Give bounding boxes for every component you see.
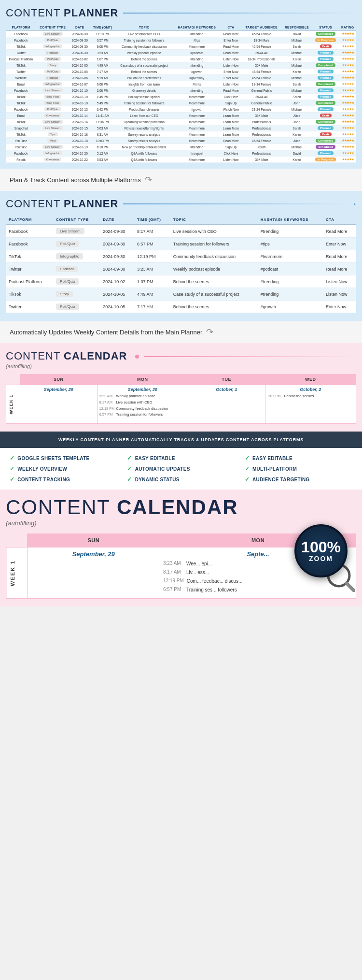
table-row: TikTokStory2024-10-054:49 AMCase study o…: [6, 62, 356, 69]
table-cell-r0-c5: #trending: [173, 31, 220, 37]
table-cell-r16-c9: Draft: [312, 131, 339, 138]
table-cell-r11-c7: General Public: [241, 100, 281, 106]
table-cell-r8-c7: 18-34 Female: [241, 81, 281, 87]
list-item: 8:17 AMLive session with CEO: [99, 400, 186, 405]
table-cell-r9-c3: 2:08 PM: [90, 87, 115, 94]
table-cell-r4-c1: Poll/Quiz: [36, 56, 69, 62]
table-cell-r14-c3: 11:36 PM: [90, 119, 115, 125]
planner-col-content-type: CONTENT TYPE: [36, 24, 69, 31]
table-cell-r8-c9: Completed: [312, 81, 339, 87]
feature-label: MULTI-PLATFORM: [252, 466, 297, 472]
feature-item-4: ✓AUTOMATIC UPDATES: [127, 465, 235, 472]
table-cell-r17-c1: Post: [36, 138, 69, 144]
table-cell-r16-c8: Karen: [281, 131, 312, 138]
status-badge: Planned: [318, 95, 334, 99]
table-row: TikTokInfographic2024-09-309:08 PMCommun…: [6, 43, 356, 50]
table-cell-r10-c5: #learnmore: [173, 94, 220, 100]
calendar-title-row: CONTENT CALENDAR: [6, 350, 356, 363]
table-cell-r3-c2: 2024-09-30: [69, 50, 90, 56]
table-cell-r0-c3: 11:18 PM: [90, 31, 115, 37]
table-row: TikTokBlog Post2024-10-105:45 PMTraining…: [6, 100, 356, 106]
feature-label: AUTOMATIC UPDATES: [135, 466, 190, 472]
table-cell-r2-c0: TikTok: [6, 43, 36, 50]
table-cell-r2-c8: Sarah: [281, 43, 312, 50]
table-cell-r8-c6: Listen Now: [221, 81, 242, 87]
feature-label: CONTENT TRACKING: [17, 477, 70, 482]
table-cell-r9-c0: Facebook: [6, 87, 36, 94]
weekly-cell-r5-c6: Listen Now: [323, 288, 356, 301]
rating-stars: ★★★★★: [342, 88, 354, 92]
dark-banner: WEEKLY CONTENT PLANNER AUTOMATICALLY TRA…: [0, 432, 362, 448]
feature-item-0: ✓GOOGLE SHEETS TEMPLATE: [10, 455, 117, 461]
table-cell-r8-c8: Sarah: [281, 81, 312, 87]
table-cell-r6-c9: Planned: [312, 69, 339, 75]
table-cell-r6-c1: Poll/Quiz: [36, 69, 69, 75]
status-badge: Completed: [316, 120, 335, 124]
planner-col-time--gmt-: TIME (GMT): [90, 24, 115, 31]
table-cell-r5-c4: Case study of a successful project: [115, 62, 173, 69]
large-calendar-title: CONTENT CALENDAR: [6, 497, 356, 518]
table-cell-r1-c9: In Progress: [312, 37, 339, 43]
status-badge: In Progress: [315, 158, 336, 161]
weekly-cell-r0-c3: 8:17 AM: [134, 225, 170, 238]
calendar-dot: [135, 355, 139, 359]
status-badge: Draft: [320, 44, 332, 48]
cal-header-mon: MON: [97, 374, 188, 385]
caption-1: Plan & Track Content across Multiple Pla…: [0, 169, 362, 191]
large-cal-header-sun: SUN: [27, 533, 160, 548]
table-cell-r12-c3: 6:42 PM: [90, 106, 115, 113]
table-cell-r20-c9: In Progress: [312, 157, 339, 163]
table-cell-r9-c7: General Public: [241, 87, 281, 94]
table-cell-r18-c10: ★★★★★: [339, 144, 356, 150]
feature-item-2: ✓EASY EDITABLE: [245, 455, 352, 461]
feature-check: ✓: [10, 476, 14, 483]
table-cell-r18-c3: 6:10 PM: [90, 144, 115, 150]
feature-check: ✓: [10, 465, 14, 472]
large-cal-event-time: 12:19 PM: [163, 578, 184, 583]
table-cell-r6-c4: Behind the scenes: [115, 69, 173, 75]
cal-header-sun: SUN: [20, 374, 97, 385]
table-cell-r18-c0: YouTube: [6, 144, 36, 150]
weekly-cell-r6-c5: #growth: [258, 301, 323, 313]
feature-item-6: ✓CONTENT TRACKING: [10, 476, 117, 483]
table-cell-r13-c1: Giveaway: [36, 113, 69, 119]
section-content-calendar-small: CONTENT CALENDAR (autofilling) SUN MON T…: [0, 343, 362, 432]
table-row: FacebookLive Stream2024-09-3011:18 PMLiv…: [6, 31, 356, 37]
table-cell-r2-c3: 9:08 PM: [90, 43, 115, 50]
table-cell-r10-c0: TikTok: [6, 94, 36, 100]
large-week-label: WEEK 1: [6, 548, 28, 599]
table-cell-r14-c5: #learnmore: [173, 119, 220, 125]
svg-line-1: [347, 583, 354, 591]
table-cell-r7-c10: ★★★★★: [339, 75, 356, 81]
feature-item-7: ✓DYNAMIC STATUS: [127, 476, 235, 483]
table-cell-r0-c6: Read More: [221, 31, 242, 37]
table-cell-r8-c1: Infographic: [36, 81, 69, 87]
feature-item-8: ✓AUDIENCE TARGETING: [245, 476, 352, 483]
table-cell-r9-c9: Planned: [312, 87, 339, 94]
table-cell-r18-c2: 2024-10-19: [69, 144, 90, 150]
large-cal-empty-header: [6, 533, 28, 548]
table-row: FacebookPoll/Quiz2024-09-306:57 PMTraini…: [6, 238, 356, 250]
table-cell-r8-c4: Insights from our team: [115, 81, 173, 87]
large-cal-event-text: Training ses... followers: [186, 587, 237, 593]
cal-event-text: Weekly podcast episode: [116, 394, 155, 399]
table-cell-r15-c2: 2024-10-15: [69, 125, 90, 131]
table-cell-r4-c5: #trending: [173, 56, 220, 62]
weekly-title-underline: [123, 203, 348, 204]
table-cell-r2-c7: 45-54 Female: [241, 43, 281, 50]
table-cell-r15-c9: Planned: [312, 125, 339, 131]
weekly-cell-r0-c4: Live session with CEO: [170, 225, 258, 238]
table-cell-r6-c8: Karen: [281, 69, 312, 75]
status-badge: Planned: [318, 107, 334, 111]
calendar-subtitle: (autofilling): [6, 363, 356, 369]
feature-item-3: ✓WEEKLY OVERVIEW: [10, 465, 117, 472]
table-cell-r13-c4: Learn from our CEO: [115, 113, 173, 119]
table-cell-r3-c0: Twitter: [6, 50, 36, 56]
table-cell-r10-c6: Click Here: [221, 94, 242, 100]
table-cell-r14-c10: ★★★★★: [339, 119, 356, 125]
table-cell-r20-c0: Reddit: [6, 157, 36, 163]
weekly-cell-r0-c6: Read More: [323, 225, 356, 238]
table-cell-r6-c0: Twitter: [6, 69, 36, 75]
cal-event-time: 12:19 PM: [99, 406, 115, 411]
cal-header-wed: WED: [265, 374, 356, 385]
